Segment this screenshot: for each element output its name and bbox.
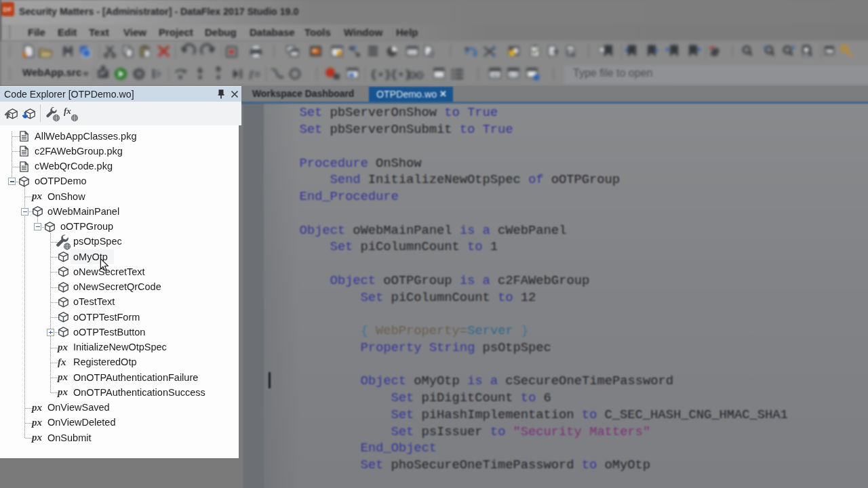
svg-text:fx: fx (64, 106, 71, 116)
